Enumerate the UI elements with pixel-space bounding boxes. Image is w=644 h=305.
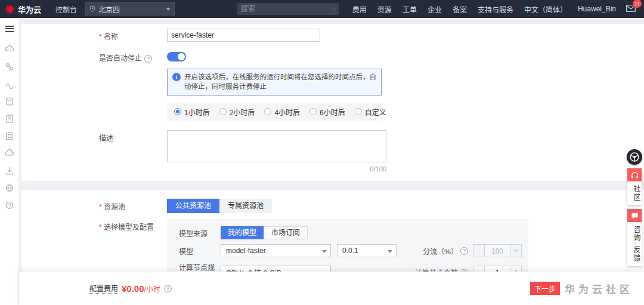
menu-billing[interactable]: 费用 xyxy=(347,4,372,14)
topbar: 华为云 控制台 北京四 费用 资源 工单 企业 备案 支持与服务 中文（简体） … xyxy=(0,0,644,18)
model-version-select[interactable]: 0.0.1 xyxy=(337,244,397,257)
radio-selected-icon xyxy=(174,108,181,115)
menu-tickets[interactable]: 工单 xyxy=(397,4,422,14)
help-icon[interactable]: ? xyxy=(144,55,152,63)
deploy-form-card: 名称 是否自动停止? i 开启该选项后，在线服务的运行时间将在您选择的时间点后，… xyxy=(21,24,644,272)
community-label[interactable]: 社区 xyxy=(627,181,642,205)
region-selector[interactable]: 北京四 xyxy=(85,2,175,16)
help-icon[interactable]: ? xyxy=(164,285,172,292)
sidebar-service-icon-8[interactable] xyxy=(5,166,14,177)
auto-stop-options: 1小时后 2小时后 4小时后 6小时后 自定义 xyxy=(167,103,382,121)
menu-icp[interactable]: 备案 xyxy=(447,4,472,14)
node-spec-select[interactable]: CPU：2 核 8 GiB xyxy=(221,266,331,272)
radio-option-4h[interactable]: 4小时后 xyxy=(264,107,300,117)
help-icon[interactable]: ? xyxy=(460,247,468,255)
source-marketplace[interactable]: 市场订阅 xyxy=(264,226,308,239)
radio-icon xyxy=(355,108,362,115)
huawei-flower-icon xyxy=(5,4,15,14)
tab-public-pool[interactable]: 公共资源池 xyxy=(167,199,219,213)
message-count-badge: 11 xyxy=(633,0,642,8)
auto-stop-infobox: i 开启该选项后，在线服务的运行时间将在您选择的时间点后，自动停止，同时服务计费… xyxy=(167,69,382,95)
radio-label: 4小时后 xyxy=(274,107,300,117)
radio-label: 2小时后 xyxy=(230,107,255,117)
sidebar-service-icon-5[interactable] xyxy=(5,114,14,125)
main-content: 名称 是否自动停止? i 开启该选项后，在线服务的运行时间将在您选择的时间点后，… xyxy=(19,18,644,272)
fee-unit: /小时 xyxy=(144,284,160,294)
radio-icon xyxy=(264,108,271,115)
node-spec-label: 计算节点规格 xyxy=(179,262,221,272)
plus-button[interactable]: + xyxy=(510,266,522,272)
footer-bar: 配置费用 ¥0.00 /小时 ? 下一步 华为云社区 xyxy=(19,272,644,305)
auto-stop-label-wrap: 是否自动停止? xyxy=(99,50,167,63)
radio-option-1h[interactable]: 1小时后 xyxy=(174,107,210,117)
description-textarea[interactable] xyxy=(167,130,386,162)
region-value: 北京四 xyxy=(98,4,120,14)
feedback-button[interactable] xyxy=(627,209,642,222)
node-count-stepper: - 1 + xyxy=(473,266,522,272)
minus-button[interactable]: - xyxy=(473,266,485,272)
radio-option-custom[interactable]: 自定义 xyxy=(355,107,386,117)
radio-label: 1小时后 xyxy=(184,107,210,117)
plus-button: + xyxy=(510,244,522,257)
info-icon: i xyxy=(172,73,181,81)
headset-icon xyxy=(631,171,639,179)
menu-support[interactable]: 支持与服务 xyxy=(472,4,519,14)
sidebar-service-icon-3[interactable] xyxy=(5,79,14,91)
resource-pool-tabs: 公共资源池 专属资源池 xyxy=(167,199,272,213)
feedback-label[interactable]: 咨询·反馈 xyxy=(627,222,642,266)
auto-stop-label: 是否自动停止 xyxy=(99,54,142,63)
sidebar-service-icon-9[interactable] xyxy=(5,183,14,195)
name-label: 名称 xyxy=(99,29,167,41)
auto-stop-toggle[interactable] xyxy=(167,52,186,61)
model-config-label: 选择模型及配置 xyxy=(99,219,167,232)
sidebar-service-icon-1[interactable] xyxy=(5,45,14,56)
console-assistant-button[interactable] xyxy=(627,149,642,165)
toggle-knob xyxy=(178,53,185,60)
resource-pool-label: 资源池 xyxy=(99,199,167,211)
section-divider xyxy=(21,181,644,190)
auto-stop-info-text: 开启该选项后，在线服务的运行时间将在您选择的时间点后，自动停止，同时服务计费停止 xyxy=(184,73,376,91)
feedback-widget[interactable]: 咨询·反馈 xyxy=(627,209,642,266)
sidebar-service-icon-6[interactable] xyxy=(5,131,14,143)
radio-icon xyxy=(219,108,227,115)
sidebar-service-icon-2[interactable] xyxy=(5,62,14,73)
search-icon[interactable] xyxy=(333,5,335,13)
right-dock: 社区 咨询·反馈 xyxy=(626,149,643,266)
sidebar-service-icon-4[interactable] xyxy=(5,97,14,108)
fee-value: ¥0.00 xyxy=(122,284,144,294)
minus-button: - xyxy=(473,244,485,257)
messages-button[interactable]: 11 xyxy=(621,5,644,14)
sidebar-service-icon-7[interactable] xyxy=(5,149,14,160)
community-widget[interactable]: 社区 xyxy=(627,168,642,205)
service-name-input[interactable] xyxy=(167,29,320,42)
sidebar-service-icon-10[interactable] xyxy=(5,201,14,212)
description-label: 描述 xyxy=(99,130,167,143)
topbar-menu: 费用 资源 工单 企业 备案 支持与服务 中文（简体） Huawei_Bin 1… xyxy=(347,4,644,14)
next-step-button[interactable]: 下一步 xyxy=(530,282,560,295)
radio-label: 自定义 xyxy=(365,107,386,117)
menu-resources[interactable]: 资源 xyxy=(372,4,397,14)
model-config-panel: 模型来源 我的模型 市场订阅 模型 model-faster 0.0.1 分流（… xyxy=(167,219,528,272)
radio-option-6h[interactable]: 6小时后 xyxy=(309,107,345,117)
node-count-value[interactable]: 1 xyxy=(485,266,510,272)
location-pin-icon xyxy=(89,5,95,13)
radio-option-2h[interactable]: 2小时后 xyxy=(219,107,255,117)
hamburger-menu-icon[interactable] xyxy=(5,24,14,33)
brand-text[interactable]: 华为云 xyxy=(18,4,41,15)
source-my-models[interactable]: 我的模型 xyxy=(221,226,264,239)
search-input[interactable] xyxy=(241,5,333,13)
menu-enterprise[interactable]: 企业 xyxy=(422,4,447,14)
menu-language[interactable]: 中文（简体） xyxy=(519,4,572,14)
model-select[interactable]: model-faster xyxy=(221,244,331,257)
radio-icon xyxy=(309,108,317,115)
huawei-logo[interactable]: 华为云 xyxy=(0,4,47,15)
tab-dedicated-pool[interactable]: 专属资源池 xyxy=(219,199,272,213)
global-search[interactable] xyxy=(237,3,339,15)
console-link[interactable]: 控制台 xyxy=(47,4,85,14)
community-button[interactable] xyxy=(627,168,642,181)
char-counter: 0/100 xyxy=(167,165,386,172)
menu-account[interactable]: Huawei_Bin xyxy=(572,5,621,13)
steering-wheel-icon xyxy=(629,152,640,162)
traffic-stepper: - 100 + xyxy=(473,244,522,257)
model-source-label: 模型来源 xyxy=(179,228,221,238)
